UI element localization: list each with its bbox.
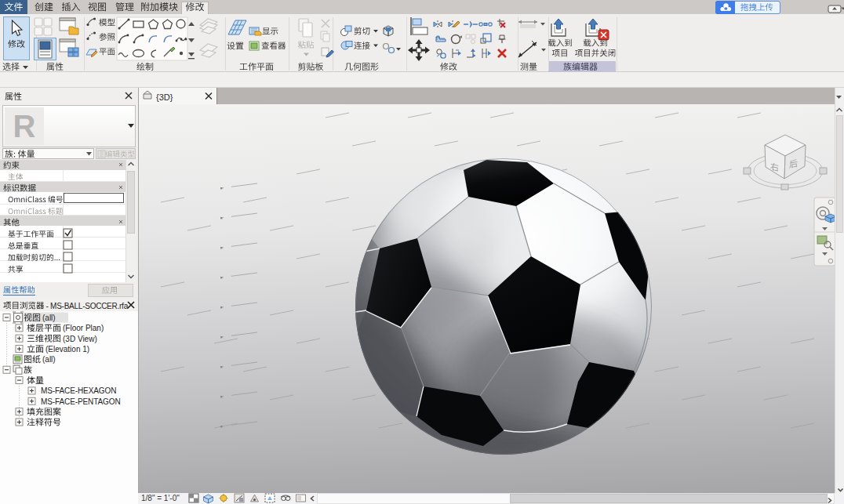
svg-text:{3D}: {3D} <box>156 92 173 102</box>
svg-text:MS-FACE-PENTAGON: MS-FACE-PENTAGON <box>41 397 121 406</box>
svg-text:(Floor Plan): (Floor Plan) <box>63 324 104 332</box>
svg-text:(Elevation 1): (Elevation 1) <box>45 345 89 354</box>
svg-text:(all): (all) <box>42 355 56 364</box>
svg-text:MS-FACE-HEXAGON: MS-FACE-HEXAGON <box>41 386 116 395</box>
svg-text:(3D View): (3D View) <box>63 335 97 343</box>
svg-text:(all): (all) <box>42 314 56 322</box>
svg-text:- MS-BALL-SOCCER.rfa: - MS-BALL-SOCCER.rfa <box>46 302 129 310</box>
svg-text:1/8" = 1'-0": 1/8" = 1'-0" <box>141 494 180 502</box>
